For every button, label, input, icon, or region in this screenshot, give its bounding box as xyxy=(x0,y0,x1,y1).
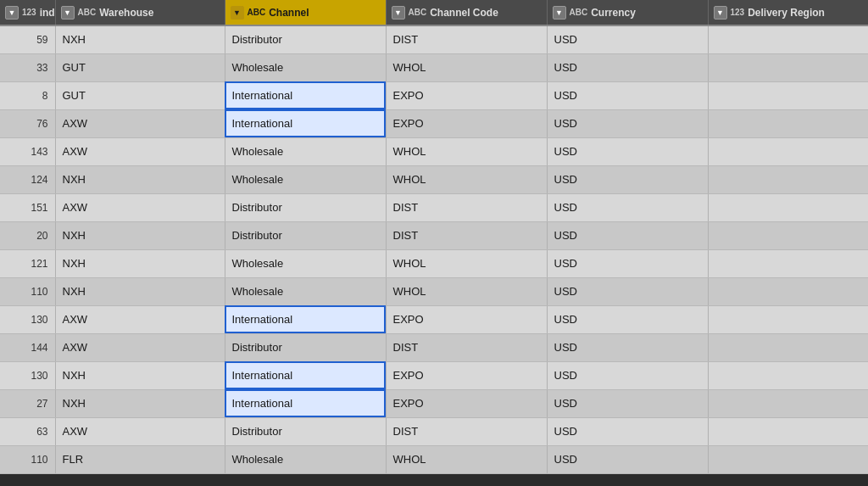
table-row[interactable]: 8GUTInternationalEXPOUSD xyxy=(0,81,868,109)
col-label-currency: Currency xyxy=(591,7,636,19)
cell-index: 33 xyxy=(0,53,55,81)
cell-delivery xyxy=(708,137,868,165)
cell-channel: International xyxy=(225,109,386,137)
cell-channelcode: EXPO xyxy=(386,361,547,389)
cell-currency: USD xyxy=(547,53,708,81)
cell-channel: Wholesale xyxy=(225,445,386,473)
header-col-currency[interactable]: ▼ABCCurrency xyxy=(547,0,708,25)
cell-index: 8 xyxy=(0,81,55,109)
col-label-delivery: Delivery Region xyxy=(748,7,825,19)
cell-index: 151 xyxy=(0,193,55,221)
type-icon-index: 123 xyxy=(22,8,36,17)
type-icon-currency: ABC xyxy=(570,8,588,17)
type-icon-channelcode: ABC xyxy=(409,8,427,17)
table-row[interactable]: 63AXWDistributorDISTUSD xyxy=(0,417,868,445)
cell-index: 76 xyxy=(0,109,55,137)
cell-delivery xyxy=(708,361,868,389)
cell-channelcode: DIST xyxy=(386,221,547,249)
cell-index: 63 xyxy=(0,417,55,445)
cell-channelcode: WHOL xyxy=(386,277,547,305)
cell-currency: USD xyxy=(547,137,708,165)
cell-delivery xyxy=(708,305,868,333)
cell-index: 110 xyxy=(0,277,55,305)
cell-index: 124 xyxy=(0,165,55,193)
cell-currency: USD xyxy=(547,165,708,193)
cell-delivery xyxy=(708,81,868,109)
col-label-index: index xyxy=(40,7,55,19)
sort-btn-index[interactable]: ▼ xyxy=(5,6,19,20)
table-row[interactable]: 143AXWWholesaleWHOLUSD xyxy=(0,137,868,165)
cell-index: 20 xyxy=(0,221,55,249)
header-col-channel[interactable]: ▼ABCChannel xyxy=(225,0,386,25)
cell-channelcode: EXPO xyxy=(386,305,547,333)
cell-warehouse: GUT xyxy=(55,53,225,81)
cell-channel: Wholesale xyxy=(225,165,386,193)
cell-channelcode: WHOL xyxy=(386,165,547,193)
table-row[interactable]: 110NXHWholesaleWHOLUSD xyxy=(0,277,868,305)
header-col-warehouse[interactable]: ▼ABCWarehouse xyxy=(55,0,225,25)
cell-warehouse: NXH xyxy=(55,25,225,53)
col-label-channel: Channel xyxy=(269,7,309,19)
cell-channel: International xyxy=(225,305,386,333)
table-row[interactable]: 130NXHInternationalEXPOUSD xyxy=(0,361,868,389)
cell-channel: International xyxy=(225,81,386,109)
cell-delivery xyxy=(708,333,868,361)
table-row[interactable]: 20NXHDistributorDISTUSD xyxy=(0,221,868,249)
sort-btn-channel[interactable]: ▼ xyxy=(231,6,244,20)
cell-warehouse: NXH xyxy=(55,249,225,277)
cell-currency: USD xyxy=(547,109,708,137)
col-label-channelcode: Channel Code xyxy=(430,7,498,19)
cell-channel: Wholesale xyxy=(225,277,386,305)
table-row[interactable]: 27NXHInternationalEXPOUSD xyxy=(0,389,868,417)
cell-warehouse: AXW xyxy=(55,193,225,221)
cell-channelcode: WHOL xyxy=(386,53,547,81)
sort-btn-warehouse[interactable]: ▼ xyxy=(61,6,75,20)
table-row[interactable]: 144AXWDistributorDISTUSD xyxy=(0,333,868,361)
cell-warehouse: AXW xyxy=(55,109,225,137)
cell-channel: International xyxy=(225,361,386,389)
cell-warehouse: AXW xyxy=(55,137,225,165)
cell-delivery xyxy=(708,417,868,445)
sort-btn-delivery[interactable]: ▼ xyxy=(714,6,727,20)
cell-delivery xyxy=(708,249,868,277)
cell-channelcode: DIST xyxy=(386,333,547,361)
header-col-delivery[interactable]: ▼123Delivery Region xyxy=(708,0,868,25)
table-row[interactable]: 33GUTWholesaleWHOLUSD xyxy=(0,53,868,81)
header-col-index[interactable]: ▼123index xyxy=(0,0,55,25)
cell-currency: USD xyxy=(547,417,708,445)
cell-channel: Wholesale xyxy=(225,249,386,277)
cell-channelcode: WHOL xyxy=(386,137,547,165)
cell-currency: USD xyxy=(547,305,708,333)
cell-currency: USD xyxy=(547,221,708,249)
table-row[interactable]: 59NXHDistributorDISTUSD xyxy=(0,25,868,53)
cell-channel: Distributor xyxy=(225,25,386,53)
cell-warehouse: NXH xyxy=(55,389,225,417)
cell-warehouse: NXH xyxy=(55,277,225,305)
table-row[interactable]: 110FLRWholesaleWHOLUSD xyxy=(0,445,868,473)
cell-warehouse: AXW xyxy=(55,417,225,445)
header-col-channelcode[interactable]: ▼ABCChannel Code xyxy=(386,0,547,25)
cell-index: 130 xyxy=(0,361,55,389)
sort-btn-currency[interactable]: ▼ xyxy=(553,6,566,20)
cell-warehouse: NXH xyxy=(55,361,225,389)
cell-index: 143 xyxy=(0,137,55,165)
cell-currency: USD xyxy=(547,25,708,53)
cell-currency: USD xyxy=(547,249,708,277)
table-row[interactable]: 130AXWInternationalEXPOUSD xyxy=(0,305,868,333)
table-row[interactable]: 151AXWDistributorDISTUSD xyxy=(0,193,868,221)
cell-index: 130 xyxy=(0,305,55,333)
table-row[interactable]: 76AXWInternationalEXPOUSD xyxy=(0,109,868,137)
cell-index: 144 xyxy=(0,333,55,361)
cell-channel: International xyxy=(225,389,386,417)
table-row[interactable]: 124NXHWholesaleWHOLUSD xyxy=(0,165,868,193)
cell-delivery xyxy=(708,53,868,81)
cell-channelcode: DIST xyxy=(386,193,547,221)
cell-channel: Distributor xyxy=(225,333,386,361)
table-row[interactable]: 121NXHWholesaleWHOLUSD xyxy=(0,249,868,277)
cell-channelcode: WHOL xyxy=(386,445,547,473)
cell-channelcode: WHOL xyxy=(386,249,547,277)
sort-btn-channelcode[interactable]: ▼ xyxy=(392,6,405,20)
cell-delivery xyxy=(708,221,868,249)
cell-currency: USD xyxy=(547,277,708,305)
cell-channelcode: DIST xyxy=(386,25,547,53)
